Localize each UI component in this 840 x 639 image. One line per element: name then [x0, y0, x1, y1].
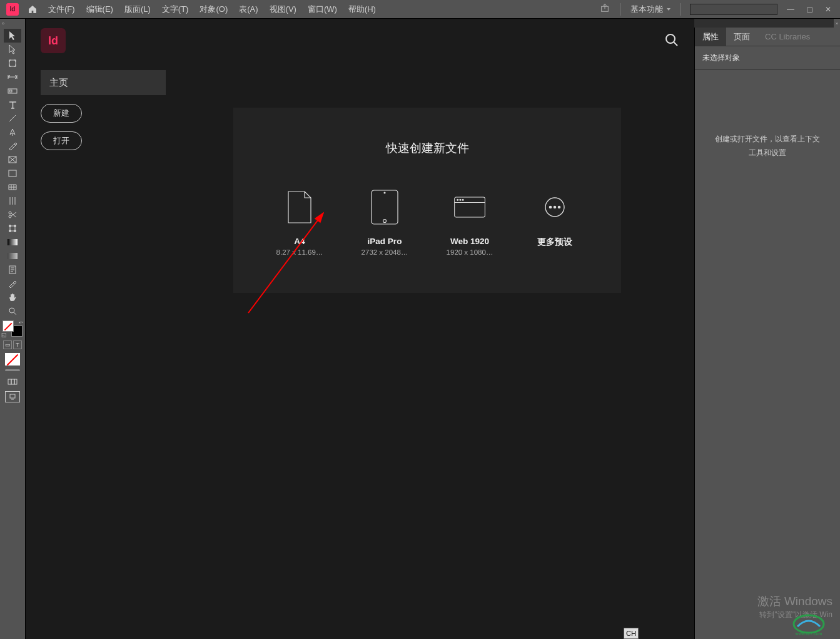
fill-swatch[interactable] — [3, 320, 14, 332]
preset-name: A4 — [294, 237, 305, 246]
indesign-logo-icon: Id — [41, 28, 66, 53]
svg-text:www.xz7.com: www.xz7.com — [795, 631, 822, 636]
line-tool[interactable] — [4, 111, 21, 125]
tool-separator — [5, 369, 20, 371]
view-options-tool[interactable] — [4, 375, 21, 389]
browser-icon — [453, 189, 486, 225]
page-tool[interactable] — [4, 56, 21, 70]
svg-point-29 — [462, 199, 463, 200]
new-button[interactable]: 新建 — [41, 104, 82, 123]
note-tool[interactable] — [4, 263, 21, 277]
direct-selection-tool[interactable] — [4, 43, 21, 56]
more-presets-label: 更多预设 — [537, 237, 572, 248]
type-tool[interactable] — [4, 98, 21, 111]
toolbox: ⤺ ◱ ▭ T — [0, 28, 25, 402]
svg-point-32 — [554, 206, 555, 208]
no-selection-label: 未选择对象 — [695, 46, 840, 70]
open-button[interactable]: 打开 — [41, 131, 82, 150]
right-panel-collapse-handle[interactable]: » — [834, 19, 840, 28]
svg-point-12 — [14, 230, 16, 232]
svg-rect-21 — [10, 394, 15, 398]
gradient-feather-tool[interactable] — [4, 249, 21, 263]
zoom-tool[interactable] — [4, 304, 21, 318]
svg-point-35 — [794, 615, 824, 633]
tab-cc-libraries[interactable]: CC Libraries — [757, 28, 817, 46]
more-presets-button[interactable]: 更多预设 — [527, 189, 583, 256]
default-fill-stroke-icon[interactable]: ◱ — [1, 332, 7, 338]
workspace-selector[interactable]: 基本功能 — [630, 4, 670, 15]
free-transform-tool[interactable] — [4, 222, 21, 235]
menu-file[interactable]: 文件(F) — [43, 4, 81, 15]
hand-tool[interactable] — [4, 290, 21, 304]
home-tab[interactable]: 主页 — [41, 70, 166, 95]
window-close-button[interactable]: ✕ — [819, 3, 837, 16]
apply-to-container-button[interactable]: ▭ — [3, 340, 12, 349]
preset-web-1920[interactable]: Web 1920 1920 x 1080… — [442, 189, 498, 256]
panel-hint-line1: 创建或打开文件，以查看上下文 — [715, 133, 820, 146]
rectangle-tool[interactable] — [4, 166, 21, 180]
apply-none-button[interactable] — [5, 353, 20, 366]
tablet-icon — [368, 189, 401, 225]
home-screen: Id 主页 新建 打开 快速创建新文件 A4 8.27 x 11.69… — [26, 19, 694, 639]
svg-point-11 — [9, 230, 11, 232]
menu-type[interactable]: 文字(T) — [156, 4, 195, 15]
svg-point-17 — [9, 308, 14, 313]
panel-hint-line2: 工具和设置 — [749, 146, 786, 160]
window-minimize-button[interactable]: — — [781, 3, 800, 16]
svg-point-28 — [460, 199, 461, 200]
selection-tool[interactable] — [4, 29, 21, 43]
grid-cell-tool[interactable] — [4, 180, 21, 194]
svg-rect-26 — [455, 197, 485, 217]
window-maximize-button[interactable]: ▢ — [800, 3, 819, 16]
menu-window[interactable]: 窗口(W) — [302, 4, 343, 15]
swap-fill-stroke-icon[interactable]: ⤺ — [19, 319, 24, 325]
preset-dimensions: 1920 x 1080… — [447, 248, 493, 256]
share-icon[interactable] — [600, 3, 610, 15]
svg-rect-3 — [9, 90, 12, 92]
preset-a4[interactable]: A4 8.27 x 11.69… — [271, 189, 328, 256]
menu-layout[interactable]: 版面(L) — [119, 4, 156, 15]
svg-point-10 — [14, 225, 16, 227]
svg-point-24 — [384, 192, 385, 193]
divider — [681, 3, 681, 16]
svg-point-27 — [457, 199, 458, 200]
home-icon[interactable] — [25, 2, 40, 17]
eyedropper-tool[interactable] — [4, 277, 21, 290]
svg-point-22 — [666, 34, 675, 43]
menu-bar: Id 文件(F) 编辑(E) 版面(L) 文字(T) 对象(O) 表(A) 视图… — [0, 0, 840, 19]
menu-object[interactable]: 对象(O) — [194, 4, 233, 15]
search-icon[interactable] — [664, 33, 679, 49]
gap-tool[interactable] — [4, 70, 21, 84]
properties-panel: 属性 页面 CC Libraries 未选择对象 创建或打开文件，以查看上下文 … — [694, 28, 840, 639]
toolbox-expand-handle[interactable]: » — [0, 19, 6, 28]
svg-rect-19 — [11, 379, 14, 384]
site-watermark-icon: www.xz7.com — [790, 611, 827, 636]
screen-mode-button[interactable] — [5, 391, 20, 402]
vertical-grid-tool[interactable] — [4, 194, 21, 208]
page-icon — [283, 189, 316, 225]
menu-edit[interactable]: 编辑(E) — [81, 4, 119, 15]
menu-table[interactable]: 表(A) — [233, 4, 263, 15]
quick-create-title: 快速创建新文件 — [233, 108, 621, 156]
svg-point-9 — [9, 225, 11, 227]
menu-help[interactable]: 帮助(H) — [343, 4, 382, 15]
tab-pages[interactable]: 页面 — [726, 28, 757, 46]
menubar-search-input[interactable] — [690, 4, 777, 15]
svg-point-25 — [383, 220, 387, 223]
preset-ipad-pro[interactable]: iPad Pro 2732 x 2048… — [357, 189, 413, 256]
menu-view[interactable]: 视图(V) — [264, 4, 302, 15]
fill-stroke-control[interactable]: ⤺ ◱ — [1, 319, 24, 338]
pen-tool[interactable] — [4, 125, 21, 139]
tab-properties[interactable]: 属性 — [695, 28, 726, 46]
apply-to-text-button[interactable]: T — [13, 340, 22, 349]
rectangle-frame-tool[interactable] — [4, 153, 21, 166]
pencil-tool[interactable] — [4, 139, 21, 153]
gradient-swatch-tool[interactable] — [4, 235, 21, 249]
svg-rect-18 — [8, 379, 11, 384]
ime-indicator[interactable]: CH — [624, 628, 639, 639]
svg-point-6 — [9, 212, 11, 214]
content-collector-tool[interactable] — [4, 84, 21, 98]
scissors-tool[interactable] — [4, 208, 21, 222]
svg-rect-23 — [372, 190, 398, 224]
preset-name: Web 1920 — [450, 237, 489, 246]
